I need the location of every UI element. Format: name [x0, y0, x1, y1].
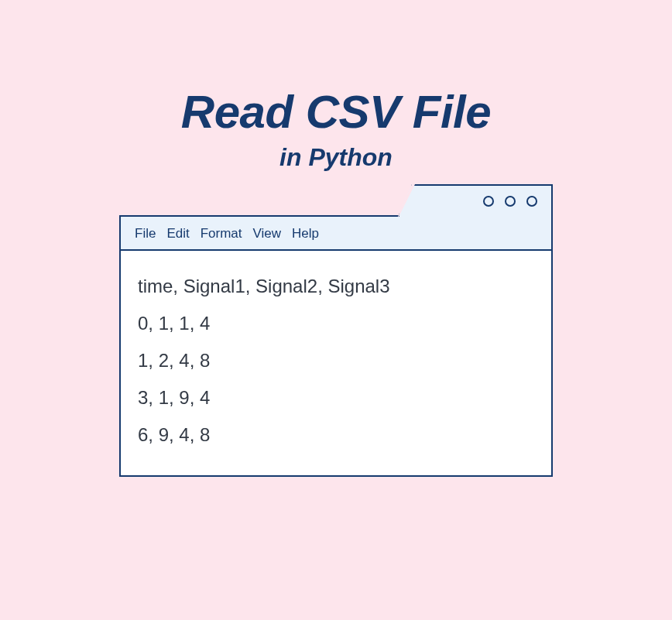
- title-block: Read CSV File in Python: [181, 85, 491, 172]
- csv-data-line: 6, 9, 4, 8: [138, 416, 534, 454]
- window-button-3-icon[interactable]: [526, 196, 537, 207]
- menu-bar: File Edit Format View Help: [121, 217, 551, 251]
- menu-file[interactable]: File: [135, 226, 156, 241]
- csv-data-line: 0, 1, 1, 4: [138, 305, 534, 342]
- editor-content: time, Signal1, Signal2, Signal3 0, 1, 1,…: [121, 251, 551, 475]
- window-button-2-icon[interactable]: [505, 196, 516, 207]
- csv-data-line: 3, 1, 9, 4: [138, 379, 534, 416]
- page-subtitle: in Python: [181, 143, 491, 172]
- csv-data-line: 1, 2, 4, 8: [138, 342, 534, 379]
- menu-edit[interactable]: Edit: [166, 226, 189, 241]
- window-tab-bar: [398, 184, 553, 217]
- menu-format[interactable]: Format: [201, 226, 242, 241]
- menu-view[interactable]: View: [253, 226, 282, 241]
- editor-window: File Edit Format View Help time, Signal1…: [119, 215, 553, 477]
- window-button-1-icon[interactable]: [483, 196, 494, 207]
- page-title: Read CSV File: [181, 85, 491, 139]
- tab-slash-decor: [391, 183, 407, 219]
- csv-header-line: time, Signal1, Signal2, Signal3: [138, 268, 534, 305]
- menu-help[interactable]: Help: [292, 226, 319, 241]
